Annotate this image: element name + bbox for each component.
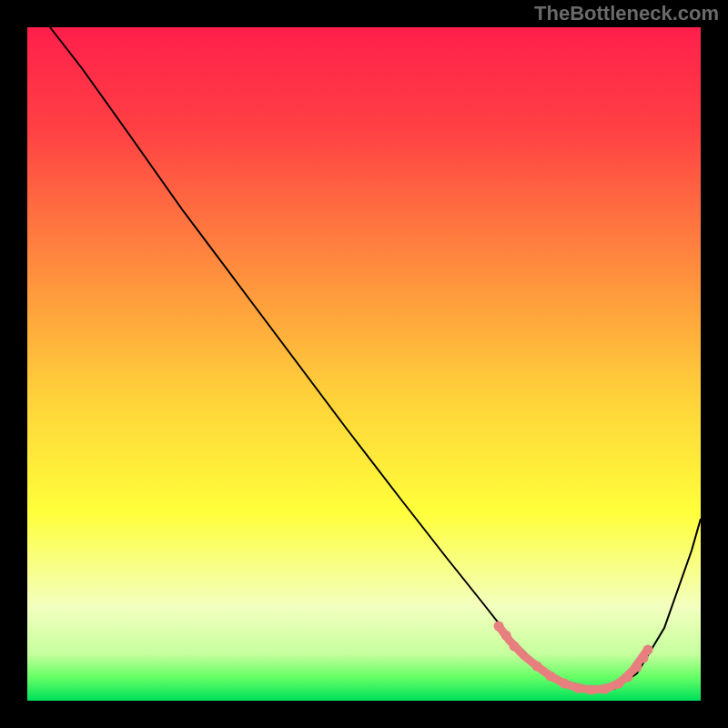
highlight-dot bbox=[532, 662, 542, 672]
highlight-dot bbox=[510, 642, 520, 652]
highlight-dot bbox=[573, 683, 583, 693]
highlight-dot bbox=[560, 679, 570, 689]
highlight-dot bbox=[632, 662, 642, 672]
highlight-dot bbox=[587, 685, 597, 695]
gradient-background bbox=[27, 27, 701, 701]
watermark-text: TheBottleneck.com bbox=[534, 2, 719, 25]
highlight-dot bbox=[494, 622, 504, 632]
highlight-dot bbox=[546, 672, 556, 682]
highlight-dot bbox=[601, 684, 611, 694]
highlight-dot bbox=[614, 679, 624, 689]
highlight-dot bbox=[501, 631, 511, 641]
highlight-dot bbox=[623, 672, 633, 682]
highlight-dot bbox=[643, 645, 653, 655]
bottleneck-chart bbox=[0, 0, 728, 728]
chart-frame: TheBottleneck.com bbox=[0, 0, 728, 728]
